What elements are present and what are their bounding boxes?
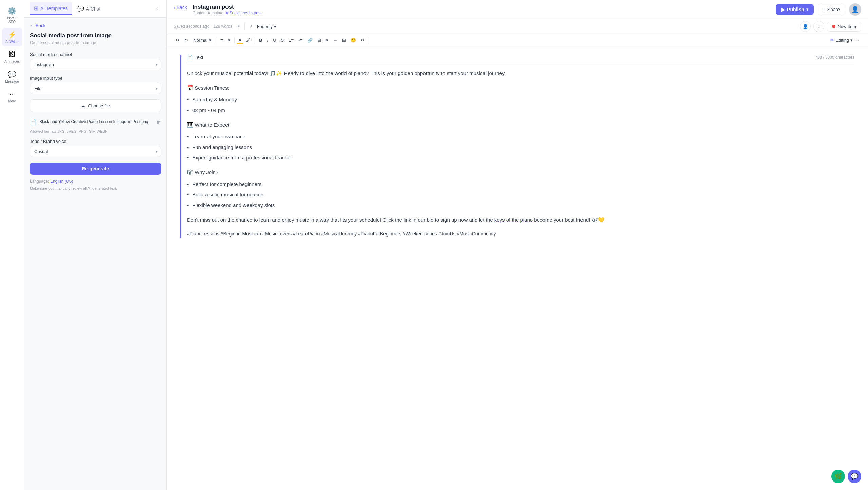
italic-button[interactable]: I [265,36,271,44]
tone-brand-voice-field: Tone / Brand voice Casual Formal Friendl… [30,139,161,157]
sidebar-item-more[interactable]: ··· More [2,88,22,106]
avatar-mention-button[interactable]: 👤 [800,21,811,32]
list-item: Build a solid musical foundation [187,190,854,199]
allowed-formats: Allowed formats JPG, JPEG, PNG, GIF, WEB… [30,129,161,133]
panel-tabs: ⊞ AI Templates 💬 AIChat ‹ [24,0,166,18]
content-body[interactable]: Unlock your musical potential today! 🎵✨ … [187,69,854,238]
bold-button[interactable]: B [257,36,264,44]
main-content: ‹ Back Instagram post Content template: … [167,0,868,490]
editor-area[interactable]: 📄 Text 738 / 3000 characters Unlock your… [167,46,868,490]
align-left-button[interactable]: ≡ [218,36,225,44]
list-item: Learn at your own pace [187,132,854,141]
voice-selector[interactable]: Friendly ▾ [257,24,276,29]
back-arrow-icon: ← [30,23,34,28]
table-dropdown-button[interactable]: ▾ [324,36,330,44]
avatar[interactable]: 👤 [849,3,861,16]
doc-subtitle: Content template: # Social media post [193,11,261,15]
social-channel-select-wrapper: Instagram Facebook Twitter LinkedIn ▾ [30,59,161,70]
unordered-list-button[interactable]: •≡ [296,36,304,44]
publish-button[interactable]: ▶ Publish ▾ [776,4,814,15]
text-block-header: 📄 Text 738 / 3000 characters [187,55,854,63]
strikethrough-button[interactable]: S [279,36,286,44]
editor-meta-bar: Saved seconds ago 128 words 👁 🎙 Friendly… [167,19,868,34]
more-menu-button[interactable]: ··· [853,36,861,44]
hashtags: #PianoLessons #BeginnerMusician #MusicLo… [187,230,854,238]
saved-status: Saved seconds ago [174,24,209,29]
editing-badge[interactable]: ✏ Editing ▾ [830,38,853,43]
language-link[interactable]: English (US) [50,179,73,184]
file-item: 📄 Black and Yellow Creative Piano Lesson… [30,116,161,128]
undo-button[interactable]: ↺ [174,36,181,44]
image-input-select-wrapper: File URL ▾ [30,83,161,94]
why-join-heading: 🎼 Why Join? [187,168,854,177]
new-item-area: 👤 ○ New Item [800,21,861,32]
voice-chevron-icon: ▾ [274,24,276,29]
underline-button[interactable]: U [271,36,278,44]
share-button[interactable]: ↑ Share [818,4,845,15]
ordered-list-button[interactable]: 1≡ [287,36,296,44]
why-join-list: Perfect for complete beginners Build a s… [187,180,854,210]
session-heading: 📅 Session Times: [187,83,854,92]
text-block-title: 📄 Text [187,55,203,60]
list-item: Saturday & Monday [187,95,854,104]
tab-ai-templates[interactable]: ⊞ AI Templates [30,2,72,15]
share-icon: ↑ [823,7,825,12]
image-input-type-field: Image input type File URL ▾ [30,76,161,94]
list-item: Flexible weekend and weekday slots [187,201,854,210]
doc-title: Instagram post [193,4,261,11]
pencil-icon: ✏ [830,38,834,43]
cta-paragraph: Don't miss out on the chance to learn an… [187,215,854,224]
align-dropdown-button[interactable]: ▾ [226,36,232,44]
link-button[interactable]: 🔗 [305,36,315,44]
emoji-button[interactable]: 🙂 [349,36,358,44]
tab-aichat[interactable]: 💬 AIChat [73,3,105,15]
publish-chevron-icon: ▾ [806,7,808,12]
text-block-icon: 📄 [187,55,193,60]
template-title: Social media post from image [30,32,161,39]
support-chat-button-2[interactable]: 💬 [848,470,861,483]
redo-button[interactable]: ↻ [182,36,190,44]
list-item: Expert guidance from a professional teac… [187,153,854,162]
tone-select[interactable]: Casual Formal Friendly Professional [30,146,161,157]
social-channel-select[interactable]: Instagram Facebook Twitter LinkedIn [30,59,161,70]
table-button[interactable]: ⊞ [315,36,323,44]
new-item-dot [832,25,835,28]
file-delete-button[interactable]: 🗑 [156,119,161,125]
support-buttons: 🌿 💬 [831,470,861,483]
separator-1 [216,37,216,44]
support-chat-button-1[interactable]: 🌿 [831,470,845,483]
sidebar-item-ai-writer[interactable]: ⚡ AI Writer [2,28,22,46]
style-selector[interactable]: Normal ▾ [191,36,214,44]
disclaimer-text: Make sure you manually review all AI gen… [30,186,161,191]
collapse-panel-button[interactable]: ‹ [154,4,161,14]
list-item: Fun and engaging lessons [187,143,854,152]
back-button[interactable]: ← Back [30,23,45,28]
sidebar-item-brief-seo[interactable]: ⚙️ Brief + SEO [2,4,22,26]
cut-button[interactable]: ✂ [359,36,367,44]
indent-button[interactable]: → [331,36,339,44]
file-icon: 📄 [30,119,37,125]
regenerate-button[interactable]: Re-generate [30,163,161,175]
highlight-button[interactable]: 🖊 [244,36,253,44]
cta-underlined: keys of the piano [494,217,533,223]
topbar-back-button[interactable]: ‹ Back [174,5,187,10]
editor-left-bar: 📄 Text 738 / 3000 characters Unlock your… [180,55,854,238]
topbar-actions: ▶ Publish ▾ ↑ Share 👤 [776,3,861,16]
list-item: Perfect for complete beginners [187,180,854,189]
upload-icon: ☁ [81,103,85,108]
new-item-button[interactable]: New Item [827,22,861,32]
circle-button[interactable]: ○ [813,21,824,32]
ai-images-icon: 🖼 [9,51,16,58]
separator [244,23,245,30]
image-input-select[interactable]: File URL [30,83,161,94]
sidebar-item-ai-images[interactable]: 🖼 AI Images [2,48,22,66]
template-link[interactable]: # Social media post [226,11,262,15]
choose-file-button[interactable]: ☁ Choose file [30,99,161,112]
more-options-button[interactable]: ⊞ [340,36,348,44]
session-list: Saturday & Monday 02 pm - 04 pm [187,95,854,115]
text-color-button[interactable]: A [237,36,244,44]
ai-writer-icon: ⚡ [8,31,16,39]
message-icon: 💬 [8,70,16,78]
sidebar-item-message[interactable]: 💬 Message [2,68,22,86]
more-icon: ··· [9,90,15,98]
